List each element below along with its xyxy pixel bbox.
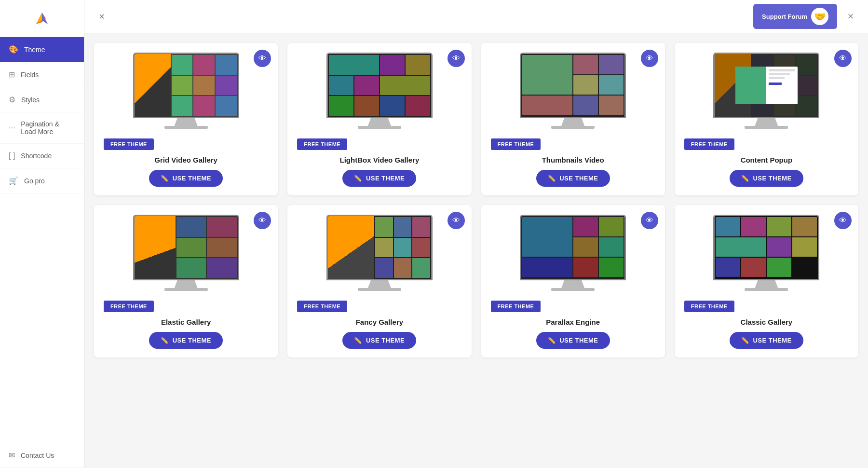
sidebar-label-pagination: Pagination & Load More [21, 120, 75, 136]
sidebar-item-theme[interactable]: 🎨 Theme [0, 37, 84, 62]
preview-eye-button-1[interactable]: 👁 [254, 50, 271, 67]
use-theme-button-5[interactable]: ✏️ USE THEME [149, 332, 223, 349]
preview-eye-button-2[interactable]: 👁 [448, 50, 465, 67]
sidebar-item-gopro[interactable]: 🛒 Go pro [0, 168, 84, 193]
monitor-5 [133, 215, 239, 291]
topbar: × Support Forum 🤝 × [84, 0, 868, 33]
theme-card-lightbox: 👁 [287, 43, 471, 195]
use-theme-button-3[interactable]: ✏️ USE THEME [536, 170, 610, 187]
sidebar-item-shortcode[interactable]: [ ] Shortcode [0, 144, 84, 168]
screen-1 [135, 54, 238, 117]
sidebar-label-fields: Fields [21, 71, 39, 79]
styles-icon: ⚙ [9, 95, 15, 104]
free-badge-1: FREE THEME [104, 138, 154, 150]
preview-eye-button-4[interactable]: 👁 [834, 50, 852, 67]
theme-grid-area: 👁 [84, 33, 868, 468]
theme-card-popup: 👁 [675, 43, 858, 195]
monitor-screen-wrap-2 [326, 53, 433, 118]
sidebar-label-styles: Styles [21, 96, 40, 104]
card-title-8: Classic Gallery [736, 318, 798, 326]
monitor-screen-wrap-8 [713, 215, 819, 280]
monitor-7 [520, 215, 626, 291]
sidebar-item-styles[interactable]: ⚙ Styles [0, 87, 84, 112]
monitor-2 [326, 53, 433, 129]
preview-eye-button-6[interactable]: 👁 [448, 212, 465, 229]
pencil-icon-6: ✏️ [354, 337, 362, 344]
card-preview-classic: 👁 [675, 205, 858, 296]
pencil-icon-8: ✏️ [741, 337, 749, 344]
pencil-icon-5: ✏️ [161, 337, 169, 344]
sidebar-label-gopro: Go pro [24, 177, 45, 185]
card-title-6: Fancy Gallery [351, 318, 408, 326]
monitor-screen-wrap-4 [713, 53, 819, 118]
pencil-icon-3: ✏️ [548, 175, 556, 182]
preview-eye-button-8[interactable]: 👁 [834, 212, 852, 229]
close-x-icon: × [99, 11, 105, 22]
monitor-4 [713, 53, 819, 129]
use-theme-label-2: USE THEME [366, 175, 405, 182]
sidebar-label-theme: Theme [24, 46, 45, 54]
fields-icon: ⊞ [9, 70, 15, 79]
use-theme-button-1[interactable]: ✏️ USE THEME [149, 170, 223, 187]
monitor-screen-wrap-3 [520, 53, 626, 118]
monitor-screen-wrap-1 [133, 53, 239, 118]
card-preview-elastic: 👁 [94, 205, 278, 296]
card-preview-fancy: 👁 [287, 205, 471, 296]
card-preview-thumbnails: 👁 [481, 43, 665, 134]
monitor-screen-wrap-5 [133, 215, 239, 280]
use-theme-label-4: USE THEME [753, 175, 791, 182]
card-preview-grid-video: 👁 [94, 43, 278, 134]
free-badge-6: FREE THEME [297, 301, 347, 312]
topbar-right: Support Forum 🤝 × [753, 4, 858, 29]
monitor-1 [133, 53, 239, 129]
pencil-icon-2: ✏️ [354, 175, 362, 182]
screen-5 [135, 216, 238, 279]
use-theme-label-8: USE THEME [753, 337, 791, 344]
use-theme-button-4[interactable]: ✏️ USE THEME [730, 170, 803, 187]
contact-icon: ✉ [9, 451, 15, 460]
free-badge-2: FREE THEME [297, 138, 347, 150]
monitor-3 [520, 53, 626, 129]
card-title-7: Parallax Engine [541, 318, 605, 326]
topbar-close-button[interactable]: × [843, 9, 858, 24]
screen-3 [521, 54, 624, 117]
pagination-icon: ··· [9, 124, 15, 132]
use-theme-button-7[interactable]: ✏️ USE THEME [536, 332, 610, 349]
card-preview-parallax: 👁 [481, 205, 665, 296]
support-forum-label: Support Forum [762, 13, 807, 20]
theme-card-parallax: 👁 [481, 205, 665, 358]
free-badge-3: FREE THEME [491, 138, 541, 150]
support-avatar: 🤝 [811, 8, 828, 25]
use-theme-label-6: USE THEME [366, 337, 405, 344]
use-theme-button-6[interactable]: ✏️ USE THEME [342, 332, 416, 349]
monitor-screen-wrap-6 [326, 215, 433, 280]
theme-card-fancy: 👁 [287, 205, 471, 358]
preview-eye-button-7[interactable]: 👁 [641, 212, 658, 229]
logo-area [0, 0, 84, 37]
free-badge-5: FREE THEME [104, 301, 154, 312]
preview-eye-button-3[interactable]: 👁 [641, 50, 658, 67]
main-content: × Support Forum 🤝 × 👁 [84, 0, 868, 468]
use-theme-label-3: USE THEME [559, 175, 598, 182]
theme-icon: 🎨 [9, 45, 18, 54]
sidebar-label-contact: Contact Us [21, 452, 54, 459]
use-theme-button-2[interactable]: ✏️ USE THEME [342, 170, 416, 187]
free-badge-7: FREE THEME [491, 301, 541, 312]
pencil-icon-4: ✏️ [741, 175, 749, 182]
preview-eye-button-5[interactable]: 👁 [254, 212, 271, 229]
monitor-8 [713, 215, 819, 291]
panel-close-button[interactable]: × [94, 9, 109, 24]
sidebar-item-pagination[interactable]: ··· Pagination & Load More [0, 112, 84, 144]
theme-card-thumbnails: 👁 [481, 43, 665, 195]
screen-2 [328, 54, 431, 117]
pencil-icon-1: ✏️ [161, 175, 169, 182]
monitor-screen-wrap-7 [520, 215, 626, 280]
sidebar-item-fields[interactable]: ⊞ Fields [0, 62, 84, 87]
sidebar-item-contact[interactable]: ✉ Contact Us [0, 443, 84, 468]
use-theme-label-5: USE THEME [173, 337, 211, 344]
card-title-4: Content Popup [736, 156, 797, 164]
use-theme-button-8[interactable]: ✏️ USE THEME [730, 332, 803, 349]
shortcode-icon: [ ] [9, 151, 15, 160]
support-forum-button[interactable]: Support Forum 🤝 [753, 4, 837, 29]
screen-8 [715, 216, 818, 279]
